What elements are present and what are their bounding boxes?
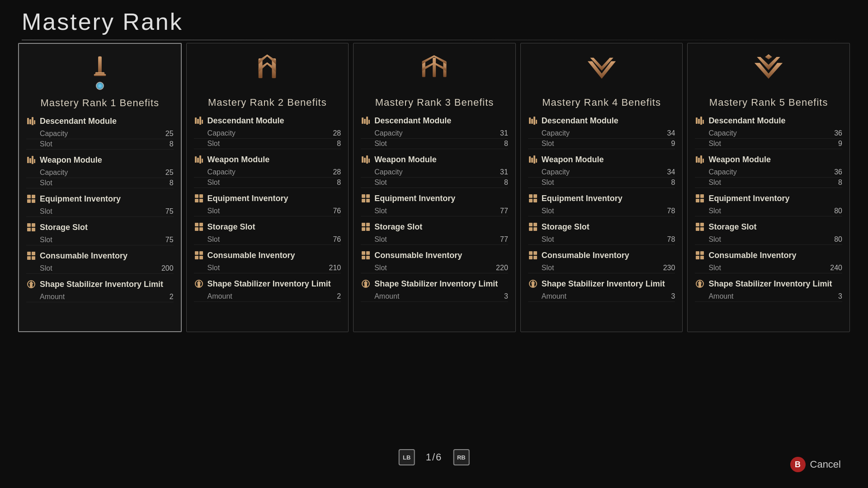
- benefit-row-label: Slot: [40, 264, 52, 272]
- benefit-row-label: Capacity: [40, 169, 68, 177]
- svg-rect-98: [529, 256, 533, 259]
- benefit-header: Storage Slot: [26, 222, 174, 232]
- svg-rect-41: [195, 223, 198, 226]
- benefit-row: Slot 9: [528, 139, 675, 149]
- benefit-row: Slot 76: [194, 235, 341, 245]
- benefit-row-label: Slot: [542, 140, 554, 148]
- svg-marker-126: [698, 281, 702, 287]
- benefit-row-label: Slot: [40, 179, 52, 187]
- benefit-header: Descendant Module: [194, 116, 341, 126]
- benefit-row: Amount 2: [26, 292, 174, 302]
- benefit-row-value: 34: [667, 168, 675, 176]
- benefit-header: Equipment Inventory: [528, 193, 675, 203]
- svg-rect-59: [368, 120, 370, 124]
- benefit-name: Storage Slot: [374, 222, 422, 232]
- benefit-row-value: 25: [165, 130, 174, 138]
- benefit-header: Shape Stabilizer Inventory Limit: [361, 279, 508, 289]
- mastery-rank-card-1[interactable]: Mastery Rank 1 Benefits Descendant Modul…: [18, 43, 182, 332]
- benefit-row: Capacity 34: [528, 128, 675, 139]
- rank-badge-icon: [584, 50, 620, 86]
- benefit-row-label: Slot: [374, 207, 387, 215]
- benefit-row-label: Capacity: [542, 129, 570, 137]
- benefit-row-value: 8: [337, 140, 341, 148]
- benefit-name: Shape Stabilizer Inventory Limit: [40, 280, 163, 289]
- benefit-row-value: 28: [333, 129, 341, 137]
- benefit-type-icon: [26, 155, 36, 165]
- benefit-header: Weapon Module: [695, 155, 842, 164]
- benefit-type-icon: [528, 250, 538, 260]
- svg-rect-112: [703, 159, 704, 163]
- benefit-row-value: 34: [667, 129, 675, 137]
- benefit-row-label: Slot: [208, 207, 220, 215]
- svg-rect-46: [199, 251, 203, 255]
- svg-rect-67: [366, 199, 370, 202]
- rank-icon-area: [521, 43, 683, 93]
- cancel-label: Cancel: [810, 459, 841, 470]
- benefit-type-icon: [26, 279, 36, 289]
- benefit-section-3: Storage Slot Slot 78: [528, 222, 675, 245]
- benefit-section-4: Consumable Inventory Slot 230: [528, 250, 675, 273]
- benefit-row: Capacity 25: [26, 168, 174, 178]
- svg-rect-44: [199, 227, 203, 231]
- benefit-name: Consumable Inventory: [708, 251, 796, 260]
- benefit-name: Equipment Inventory: [708, 194, 789, 203]
- svg-rect-71: [366, 227, 370, 231]
- cancel-button[interactable]: B Cancel: [790, 457, 841, 472]
- benefit-section-5: Shape Stabilizer Inventory Limit Amount …: [194, 279, 341, 302]
- mastery-rank-card-3[interactable]: Mastery Rank 3 Benefits Descendant Modul…: [353, 43, 516, 332]
- rb-button[interactable]: RB: [453, 449, 469, 465]
- b-button-label: B: [795, 460, 801, 469]
- benefit-row-value: 8: [170, 140, 174, 148]
- benefit-type-icon: [194, 222, 204, 232]
- benefit-row-value: 9: [838, 140, 842, 148]
- benefit-row: Slot 8: [194, 178, 341, 188]
- svg-rect-106: [698, 119, 700, 124]
- benefit-header: Descendant Module: [26, 116, 174, 126]
- benefit-row: Slot 8: [26, 139, 174, 150]
- benefit-name: Consumable Inventory: [374, 251, 462, 260]
- benefit-row-label: Capacity: [40, 130, 68, 138]
- benefit-header: Storage Slot: [695, 222, 842, 232]
- svg-rect-13: [27, 199, 31, 203]
- benefit-header: Consumable Inventory: [361, 250, 508, 260]
- benefit-row-label: Slot: [374, 264, 387, 272]
- svg-rect-45: [195, 251, 198, 255]
- svg-rect-66: [362, 199, 365, 202]
- benefit-section-1: Weapon Module Capacity 28 Slot 8: [194, 155, 341, 188]
- benefit-row-label: Slot: [374, 140, 387, 148]
- card-content: Descendant Module Capacity 31 Slot 8: [354, 116, 515, 324]
- svg-rect-31: [199, 117, 201, 125]
- svg-rect-30: [197, 119, 199, 124]
- benefit-row-value: 80: [834, 235, 842, 244]
- benefit-type-icon: [528, 155, 538, 164]
- benefit-row: Slot 230: [528, 263, 675, 273]
- svg-rect-39: [195, 199, 198, 202]
- benefit-row-label: Amount: [40, 293, 65, 301]
- svg-rect-7: [27, 157, 29, 163]
- svg-rect-90: [529, 199, 533, 202]
- mastery-rank-card-2[interactable]: Mastery Rank 2 Benefits Descendant Modul…: [186, 43, 349, 332]
- benefit-row-label: Slot: [40, 207, 52, 216]
- title-divider: [22, 40, 846, 40]
- svg-rect-72: [362, 251, 365, 255]
- page-title: Mastery Rank: [22, 8, 183, 35]
- svg-rect-108: [703, 120, 704, 124]
- benefit-section-0: Descendant Module Capacity 25 Slot 8: [26, 116, 174, 150]
- benefit-type-icon: [695, 193, 705, 203]
- benefit-section-3: Storage Slot Slot 77: [361, 222, 508, 245]
- mastery-rank-card-4[interactable]: Mastery Rank 4 Benefits Descendant Modul…: [520, 43, 683, 332]
- benefit-type-icon: [528, 279, 538, 289]
- benefit-row-value: 240: [830, 264, 842, 272]
- benefit-name: Equipment Inventory: [374, 194, 455, 203]
- benefit-section-4: Consumable Inventory Slot 210: [194, 250, 341, 273]
- benefit-name: Storage Slot: [208, 222, 255, 232]
- svg-rect-14: [32, 199, 35, 203]
- lb-button[interactable]: LB: [399, 449, 415, 465]
- benefit-name: Consumable Inventory: [542, 251, 629, 260]
- benefit-row-label: Amount: [208, 292, 232, 300]
- svg-rect-38: [199, 194, 203, 198]
- benefit-header: Shape Stabilizer Inventory Limit: [26, 279, 174, 289]
- mastery-rank-card-5[interactable]: Mastery Rank 5 Benefits Descendant Modul…: [687, 43, 850, 332]
- benefit-name: Weapon Module: [708, 155, 771, 164]
- benefit-section-1: Weapon Module Capacity 31 Slot 8: [361, 155, 508, 188]
